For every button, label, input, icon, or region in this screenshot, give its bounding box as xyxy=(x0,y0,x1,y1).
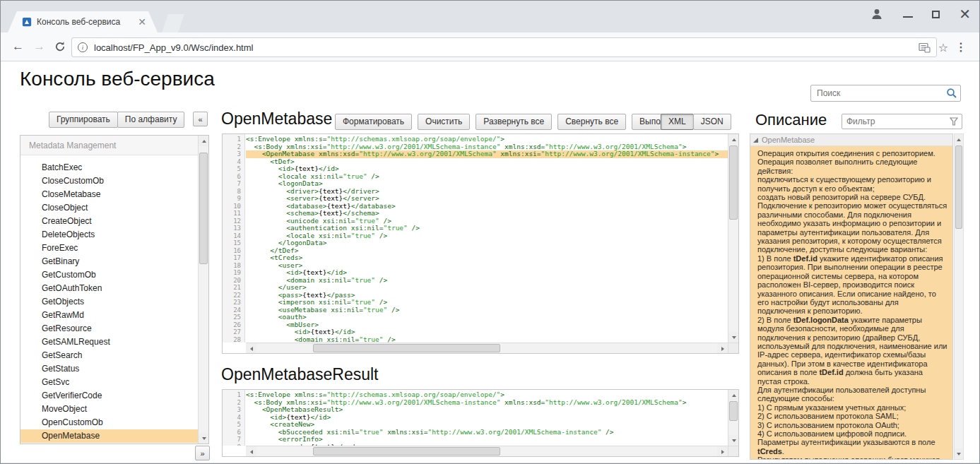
sidebar-toolbar: Группировать По алфавиту « xyxy=(20,112,209,129)
list-item[interactable]: CloseMetabase xyxy=(20,188,198,201)
toolbar-button-4[interactable]: Свернуть все xyxy=(557,114,626,130)
toolbar-button-2[interactable]: Очистить xyxy=(418,114,470,130)
format-json-button[interactable]: JSON xyxy=(693,114,731,130)
list-item[interactable]: CloseCustomOb xyxy=(20,174,198,188)
scroll-left-icon[interactable] xyxy=(246,446,256,457)
list-item[interactable]: GetResource xyxy=(20,322,198,335)
scroll-left-icon[interactable] xyxy=(246,343,256,354)
scroll-thumb[interactable] xyxy=(313,447,500,456)
scroll-up-icon[interactable] xyxy=(728,134,739,145)
description-paragraph: Результатом выполнения операции будет мо… xyxy=(757,456,948,459)
list-item[interactable]: GetSAMLRequest xyxy=(20,335,198,349)
tab-close-icon[interactable]: ✕ xyxy=(138,17,146,27)
list-item[interactable]: DeleteObjects xyxy=(20,228,198,242)
description-paragraph: подключиться к существующему репозиторию… xyxy=(757,175,948,193)
code-line: <domain xsi:nil="true" /> xyxy=(246,277,728,285)
code-line: <OpenMetabase xmlns:xsd="http://www.w3.o… xyxy=(246,150,728,158)
forward-button[interactable]: → xyxy=(33,40,45,54)
address-bar[interactable]: i localhost/FP_App_v9.0/Wsc/index.html xyxy=(71,37,937,57)
description-paragraph: Параметры аутентификации указываются в п… xyxy=(757,438,948,456)
result-vertical-scrollbar[interactable] xyxy=(728,390,738,446)
page-title: Консоль веб-сервиса xyxy=(20,68,215,90)
operations-panel: Metadata Management BatchExecCloseCustom… xyxy=(20,135,209,444)
scroll-thumb[interactable] xyxy=(955,145,962,229)
list-item[interactable]: CloseObject xyxy=(20,201,198,215)
scroll-down-icon[interactable] xyxy=(728,435,739,446)
scroll-up-icon[interactable] xyxy=(728,390,739,400)
scroll-right-icon[interactable] xyxy=(717,446,728,457)
collapse-sidebar-button[interactable]: « xyxy=(193,112,208,126)
format-xml-button[interactable]: XML xyxy=(661,114,694,130)
filter-input[interactable] xyxy=(846,117,950,126)
code-line: <id>{text}</id> xyxy=(246,414,728,422)
list-item[interactable]: CreateObject xyxy=(20,215,198,228)
profile-icon[interactable] xyxy=(870,7,884,21)
result-code-area[interactable]: <s:Envelope xmlns:s="http://schemas.xmls… xyxy=(246,390,728,446)
list-item[interactable]: GetVerifierCode xyxy=(20,389,198,403)
description-paragraph: Операция открытия соединения с репозитор… xyxy=(757,149,948,175)
filter-funnel-icon[interactable] xyxy=(950,117,958,126)
scroll-up-icon[interactable] xyxy=(955,134,963,145)
group-button[interactable]: Группировать xyxy=(49,112,118,128)
translate-icon[interactable] xyxy=(919,42,931,53)
toolbar-button-3[interactable]: Развернуть все xyxy=(476,114,552,130)
sidebar-scrollbar[interactable] xyxy=(198,136,208,444)
scroll-down-icon[interactable] xyxy=(955,448,963,459)
result-editor[interactable]: 12345678 <s:Envelope xmlns:s="http://sch… xyxy=(222,389,739,457)
alphabetical-button[interactable]: По алфавиту xyxy=(117,112,185,128)
close-button[interactable]: ✕ xyxy=(959,7,971,21)
minimize-button[interactable] xyxy=(903,16,913,18)
request-code-area[interactable]: <s:Envelope xmlns:s="http://schemas.xmls… xyxy=(246,134,728,343)
request-horizontal-scrollbar[interactable] xyxy=(246,343,728,353)
browser-window: Консоль веб-сервиса ✕ ✕ ← → i localhost/… xyxy=(0,0,980,464)
list-item[interactable]: GetObjects xyxy=(20,295,198,309)
search-input[interactable] xyxy=(817,88,946,98)
list-item[interactable]: GetSearch xyxy=(20,349,198,362)
back-button[interactable]: ← xyxy=(12,40,24,54)
scroll-up-icon[interactable] xyxy=(199,136,209,146)
list-item[interactable]: GetCustomOb xyxy=(20,268,198,282)
list-item[interactable]: PutBinary xyxy=(20,443,198,444)
scroll-down-icon[interactable] xyxy=(728,332,739,343)
reload-button[interactable] xyxy=(54,41,66,56)
list-item[interactable]: ForeExec xyxy=(20,242,198,255)
browser-tab[interactable]: Консоль веб-сервиса ✕ xyxy=(8,11,158,32)
scroll-thumb[interactable] xyxy=(199,153,208,264)
new-tab-button[interactable] xyxy=(162,14,184,32)
browser-menu-icon[interactable]: ⋮ xyxy=(955,40,967,54)
list-item[interactable]: BatchExec xyxy=(20,161,198,174)
list-item[interactable]: GetRawMd xyxy=(20,309,198,322)
list-item[interactable]: GetBinary xyxy=(20,255,198,268)
description-paragraph: 4) С использованием цифровой подписи. xyxy=(757,429,948,438)
bookmark-star-icon[interactable]: ☆ xyxy=(938,41,948,54)
maximize-button[interactable] xyxy=(932,11,940,18)
request-editor[interactable]: 1234567891011121314151617181920212223242… xyxy=(222,133,739,354)
expand-sidebar-button[interactable]: » xyxy=(195,446,210,460)
list-item[interactable]: MoveObject xyxy=(20,403,198,416)
search-icon[interactable] xyxy=(946,88,957,99)
list-item[interactable]: OpenCustomOb xyxy=(20,416,198,429)
scroll-right-icon[interactable] xyxy=(717,343,728,354)
list-item[interactable]: GetStatus xyxy=(20,362,198,376)
result-horizontal-scrollbar[interactable] xyxy=(246,446,728,456)
request-vertical-scrollbar[interactable] xyxy=(728,134,738,343)
toolbar-button-1[interactable]: Форматировать xyxy=(335,114,412,130)
description-body: Операция открытия соединения с репозитор… xyxy=(750,147,952,459)
list-item[interactable]: GetOAuthToken xyxy=(20,282,198,295)
code-line: <useMetabase xsi:nil="true" /> xyxy=(246,307,728,314)
scroll-down-icon[interactable] xyxy=(199,433,209,444)
code-line: </user> xyxy=(246,284,728,292)
info-icon[interactable]: i xyxy=(78,42,88,52)
scroll-thumb[interactable] xyxy=(729,401,738,421)
code-line: <domain xsi:nil="true" /> xyxy=(246,336,728,343)
description-section-header[interactable]: OpenMetabase xyxy=(750,134,952,146)
scroll-thumb[interactable] xyxy=(729,145,738,220)
description-paragraph: Для аутентификации пользователей доступн… xyxy=(757,386,948,403)
code-line: </logonData> xyxy=(246,239,728,247)
list-item[interactable]: GetSvc xyxy=(20,376,198,389)
description-paragraph: 2) С использованием протокола SAML; xyxy=(757,412,948,420)
list-item[interactable]: OpenMetabase xyxy=(20,429,198,443)
scroll-thumb[interactable] xyxy=(313,344,500,352)
scrollbar-corner xyxy=(728,343,738,353)
description-scrollbar[interactable] xyxy=(954,133,964,460)
